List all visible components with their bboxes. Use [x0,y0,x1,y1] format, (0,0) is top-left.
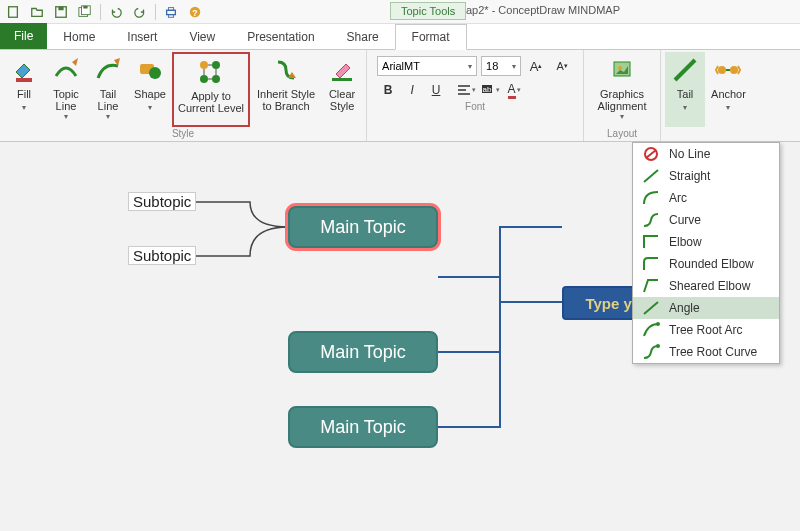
ribbon-tabs: Topic Tools File Home Insert View Presen… [0,24,800,50]
tail-label: Tail [677,88,694,100]
svg-rect-5 [83,5,87,8]
tail-option-tree-root-arc[interactable]: Tree Root Arc [633,319,779,341]
font-size-combo[interactable]: 18▾ [481,56,521,76]
svg-rect-18 [332,78,352,81]
help-icon[interactable]: ? [186,3,204,21]
tail-button[interactable]: Tail▾ [665,52,705,127]
main-topic-2[interactable]: Main Topic [288,331,438,373]
align-button[interactable]: ▾ [455,80,477,100]
elbow-icon [641,234,661,250]
svg-text:?: ? [192,7,197,17]
group-anchor: Tail▾ Anchor▾ [661,50,754,141]
graphics-alignment-button[interactable]: Graphics Alignment▾ [588,52,656,127]
layout-group-label: Layout [588,127,656,141]
tail-line-label: Tail Line [98,88,119,112]
apply-level-icon [195,56,227,88]
tab-share[interactable]: Share [331,25,395,49]
anchor-button[interactable]: Anchor▾ [707,52,750,127]
svg-point-23 [718,66,726,74]
font-color-button[interactable]: A▾ [503,80,525,100]
tail-option-sheared-elbow[interactable]: Sheared Elbow [633,275,779,297]
separator [155,4,156,20]
svg-rect-11 [16,78,32,82]
tail-option-no-line[interactable]: No Line [633,143,779,165]
tail-option-elbow[interactable]: Elbow [633,231,779,253]
tail-dropdown-menu: No Line Straight Arc Curve Elbow Rounded… [632,142,780,364]
curve-icon [641,212,661,228]
grow-font-button[interactable]: A▴ [525,56,547,76]
open-icon[interactable] [28,3,46,21]
shape-icon [134,54,166,86]
sheared-elbow-icon [641,278,661,294]
svg-point-16 [200,75,208,83]
tail-line-icon [92,54,124,86]
print-icon[interactable] [162,3,180,21]
tail-line-button[interactable]: Tail Line▾ [88,52,128,127]
tab-insert[interactable]: Insert [111,25,173,49]
svg-point-22 [618,66,622,70]
highlight-button[interactable]: ab▾ [479,80,501,100]
topic-line-button[interactable]: Topic Line▾ [46,52,86,127]
apply-current-level-button[interactable]: Apply to Current Level [172,52,250,127]
subtopic-1[interactable]: Subtopic [128,192,196,211]
fill-bucket-icon [8,54,40,86]
svg-line-26 [646,150,656,158]
svg-rect-7 [168,7,173,10]
anchor-label: Anchor [711,88,746,100]
tab-presentation[interactable]: Presentation [231,25,330,49]
redo-icon[interactable] [131,3,149,21]
tail-option-straight[interactable]: Straight [633,165,779,187]
save-icon[interactable] [52,3,70,21]
font-group-label: Font [371,100,579,114]
tail-option-arc[interactable]: Arc [633,187,779,209]
shrink-font-button[interactable]: A▾ [551,56,573,76]
tail-option-tree-root-curve[interactable]: Tree Root Curve [633,341,779,363]
tail-option-rounded-elbow[interactable]: Rounded Elbow [633,253,779,275]
underline-button[interactable]: U [425,80,447,100]
fill-label: Fill [17,88,31,100]
new-icon[interactable] [4,3,22,21]
svg-rect-2 [58,6,63,10]
tab-view[interactable]: View [173,25,231,49]
subtopic-2[interactable]: Subtopic [128,246,196,265]
tail-option-curve[interactable]: Curve [633,209,779,231]
tree-root-arc-icon [641,322,661,338]
svg-rect-6 [167,10,176,14]
shape-label: Shape [134,88,166,100]
save-all-icon[interactable] [76,3,94,21]
svg-point-29 [656,344,660,348]
rounded-elbow-icon [641,256,661,272]
app-title: CDMap2* - ConceptDraw MINDMAP [441,4,620,16]
context-tab-header: Topic Tools [390,2,466,20]
undo-icon[interactable] [107,3,125,21]
italic-button[interactable]: I [401,80,423,100]
svg-point-24 [730,66,738,74]
clear-style-button[interactable]: Clear Style [322,52,362,127]
main-topic-3[interactable]: Main Topic [288,406,438,448]
inherit-label: Inherit Style to Branch [257,88,315,112]
tab-home[interactable]: Home [47,25,111,49]
tab-file[interactable]: File [0,23,47,49]
svg-line-27 [644,170,658,182]
topic-line-icon [50,54,82,86]
svg-rect-8 [168,14,173,17]
ribbon: Fill▾ Topic Line▾ Tail Line▾ Shape▾ Appl… [0,50,800,142]
bold-button[interactable]: B [377,80,399,100]
tail-option-angle[interactable]: Angle [633,297,779,319]
arc-icon [641,190,661,206]
inherit-icon [270,54,302,86]
graphics-align-label: Graphics Alignment [598,88,647,112]
shape-button[interactable]: Shape▾ [130,52,170,127]
anchor-icon [712,54,744,86]
font-name-combo[interactable]: ArialMT▾ [377,56,477,76]
separator [100,4,101,20]
main-topic-1[interactable]: Main Topic [288,206,438,248]
svg-point-28 [656,322,660,326]
anchor-group-label [665,127,750,141]
group-layout: Graphics Alignment▾ Layout [584,50,661,141]
tab-format[interactable]: Format [395,24,467,50]
svg-rect-0 [9,6,18,17]
inherit-style-button[interactable]: Inherit Style to Branch [252,52,320,127]
group-font: ArialMT▾ 18▾ A▴ A▾ B I U ▾ ab▾ A▾ Font [367,50,584,141]
fill-button[interactable]: Fill▾ [4,52,44,127]
